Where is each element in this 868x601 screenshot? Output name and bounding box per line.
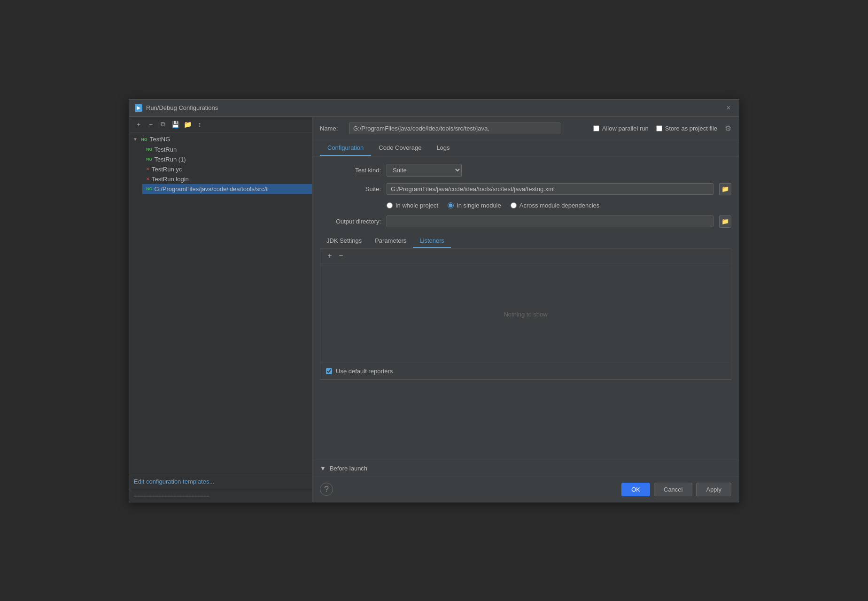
left-toolbar: + − ⧉ 💾 📁 ↕ [129,117,312,132]
listeners-toolbar: + − [320,248,731,264]
folder-config-button[interactable]: 📁 [183,120,192,129]
gear-icon[interactable]: ⚙ [725,124,731,133]
help-button[interactable]: ? [320,483,333,496]
use-default-reporters-row[interactable]: Use default reporters [320,363,731,379]
tree-item-active[interactable]: NG G:/ProgramFiles/java/code/idea/tools/… [142,184,312,194]
store-as-project-label: Store as project file [665,125,717,132]
name-label: Name: [320,125,343,132]
ok-button[interactable]: OK [621,483,650,496]
tab-parameters[interactable]: Parameters [368,234,413,248]
error-icon: ✕ [146,167,150,171]
name-row: Name: Allow parallel run Store as projec… [312,117,739,140]
edit-templates-link[interactable]: Edit configuration templates... [134,478,214,485]
dialog-body: + − ⧉ 💾 📁 ↕ ▼ NG TestNG NG TestRu [129,117,739,502]
before-launch-header[interactable]: ▼ Before launch [320,465,731,472]
sort-config-button[interactable]: ↕ [195,120,204,129]
nothing-to-show: Nothing to show [320,311,731,318]
tree-root-testng[interactable]: ▼ NG TestNG [129,134,312,145]
chevron-down-icon: ▼ [320,465,326,472]
tree-item-label: G:/ProgramFiles/java/code/idea/tools/src… [155,185,268,193]
before-launch-label: Before launch [330,465,367,472]
tree-item-testrunyc[interactable]: ✕ TestRun.yc [142,164,312,174]
scope-single-label: In single module [457,202,501,209]
left-bottom-bar: ========================= [129,489,312,502]
output-dir-row: Output directory: 📁 [320,216,731,228]
error-icon: ✕ [146,177,150,181]
add-listener-button[interactable]: + [325,251,334,261]
test-kind-label-text: Test kind: [355,167,381,174]
dialog-icon: ▶ [135,104,142,112]
allow-parallel-label: Allow parallel run [602,125,649,132]
scope-radio-group: In whole project In single module Across… [387,202,731,209]
scope-across-module[interactable]: Across module dependencies [511,202,600,209]
tab-logs[interactable]: Logs [429,140,457,156]
left-footer: Edit configuration templates... [129,474,312,489]
tab-code-coverage[interactable]: Code Coverage [371,140,429,156]
copy-config-button[interactable]: ⧉ [158,120,168,129]
ng-icon: NG [146,147,153,152]
tree-item-label: TestRun (1) [155,156,186,163]
config-tree: ▼ NG TestNG NG TestRun NG TestRun (1) [129,132,312,474]
tab-configuration[interactable]: Configuration [320,140,371,156]
ng-icon: NG [146,157,153,162]
scope-whole-radio[interactable] [387,202,393,208]
chevron-down-icon: ▼ [133,137,139,142]
scope-across-label: Across module dependencies [519,202,600,209]
suite-label: Suite: [320,185,381,193]
test-kind-select[interactable]: Suite Class Method [387,164,462,177]
dialog-footer: ? OK Cancel Apply [312,477,739,502]
tree-item-testrunlogin[interactable]: ✕ TestRun.login [142,174,312,184]
cancel-button[interactable]: Cancel [654,483,692,496]
store-as-project-checkbox-item[interactable]: Store as project file [656,125,717,132]
before-launch-section: ▼ Before launch [312,460,739,477]
tree-root-label: TestNG [150,136,170,143]
tab-listeners[interactable]: Listeners [413,234,451,248]
hash-bar: ========================= [134,493,209,499]
tree-item-testrun1[interactable]: NG TestRun (1) [142,154,312,164]
test-kind-row: Test kind: Suite Class Method [320,164,731,177]
tree-item-label: TestRun [155,146,177,153]
checkbox-group: Allow parallel run Store as project file… [593,124,731,133]
main-tab-bar: Configuration Code Coverage Logs [312,140,739,156]
save-config-button[interactable]: 💾 [170,120,180,129]
title-bar: ▶ Run/Debug Configurations × [129,100,739,117]
output-dir-folder-button[interactable]: 📁 [719,216,731,228]
use-default-reporters-checkbox[interactable] [326,368,332,374]
remove-listener-button[interactable]: − [336,251,346,261]
add-config-button[interactable]: + [134,120,143,129]
testng-icon: NG [140,136,148,143]
right-panel: Name: Allow parallel run Store as projec… [312,117,739,502]
inner-tab-bar: JDK Settings Parameters Listeners [320,234,731,248]
scope-whole-project[interactable]: In whole project [387,202,438,209]
scope-single-module[interactable]: In single module [448,202,501,209]
tab-jdk-settings[interactable]: JDK Settings [320,234,368,248]
scope-across-radio[interactable] [511,202,517,208]
name-input[interactable] [349,123,560,134]
allow-parallel-checkbox[interactable] [593,125,599,131]
suite-folder-button[interactable]: 📁 [719,183,731,195]
test-kind-label: Test kind: [320,167,381,174]
dialog-title: Run/Debug Configurations [146,104,218,111]
scope-whole-label: In whole project [395,202,438,209]
tree-item-label: TestRun.yc [152,166,182,173]
suite-row: Suite: 📁 [320,183,731,195]
ng-icon: NG [146,186,153,191]
suite-input[interactable] [387,183,713,195]
use-default-reporters-label: Use default reporters [336,368,393,375]
remove-config-button[interactable]: − [146,120,155,129]
tree-item-label: TestRun.login [152,176,189,183]
apply-button[interactable]: Apply [696,483,731,496]
allow-parallel-checkbox-item[interactable]: Allow parallel run [593,125,649,132]
config-content: Test kind: Suite Class Method Suite: 📁 [312,156,739,460]
tree-children: NG TestRun NG TestRun (1) ✕ TestRun.yc ✕… [129,145,312,194]
close-button[interactable]: × [724,103,733,113]
tree-item-testrun[interactable]: NG TestRun [142,145,312,154]
output-dir-label: Output directory: [320,218,381,225]
output-dir-input[interactable] [387,216,713,227]
listeners-panel: + − Nothing to show Use default reporter… [320,248,731,380]
run-debug-dialog: ▶ Run/Debug Configurations × + − ⧉ 💾 📁 ↕… [129,99,739,502]
left-panel: + − ⧉ 💾 📁 ↕ ▼ NG TestNG NG TestRu [129,117,312,502]
store-as-project-checkbox[interactable] [656,125,662,131]
scope-single-radio[interactable] [448,202,454,208]
